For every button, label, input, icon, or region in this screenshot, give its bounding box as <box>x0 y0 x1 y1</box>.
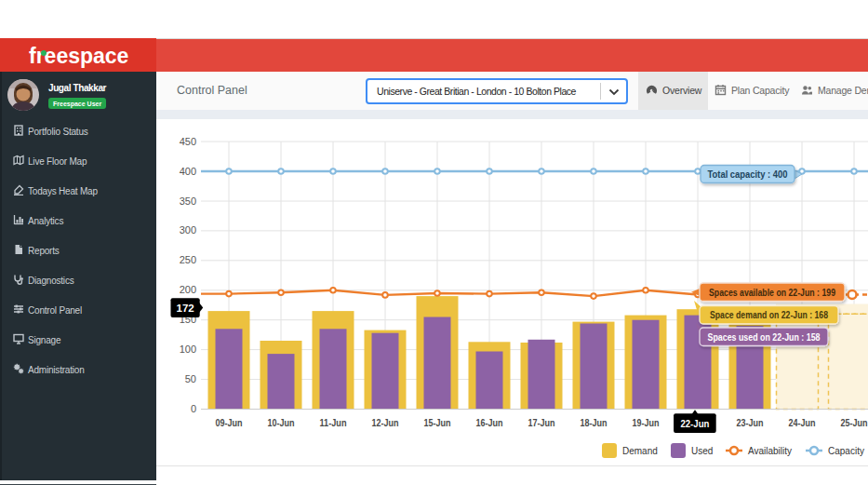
svg-text:17-Jun: 17-Jun <box>528 417 555 428</box>
svg-text:200: 200 <box>180 284 196 295</box>
svg-text:50: 50 <box>185 373 196 384</box>
svg-text:19-Jun: 19-Jun <box>633 417 660 428</box>
svg-text:Capacity: Capacity <box>828 446 864 456</box>
svg-text:350: 350 <box>180 195 196 207</box>
svg-text:0: 0 <box>191 403 196 414</box>
svg-text:09-Jun: 09-Jun <box>216 417 243 428</box>
svg-text:11-Jun: 11-Jun <box>320 417 347 428</box>
svg-text:Total capacity : 400: Total capacity : 400 <box>708 168 788 180</box>
svg-text:Demand: Demand <box>622 446 658 456</box>
svg-text:Spaces available on 22-Jun : 1: Spaces available on 22-Jun : 199 <box>709 287 835 298</box>
svg-text:300: 300 <box>180 224 196 236</box>
svg-text:Space demand on 22-Jun : 168: Space demand on 22-Jun : 168 <box>710 309 828 320</box>
svg-text:250: 250 <box>180 254 196 265</box>
svg-text:172: 172 <box>177 303 194 314</box>
svg-text:16-Jun: 16-Jun <box>476 417 503 428</box>
svg-text:24-Jun: 24-Jun <box>789 417 816 428</box>
svg-text:18-Jun: 18-Jun <box>581 417 608 428</box>
svg-text:Spaces used on 22-Jun : 158: Spaces used on 22-Jun : 158 <box>708 331 821 343</box>
svg-text:400: 400 <box>180 166 196 177</box>
svg-text:23-Jun: 23-Jun <box>737 417 764 428</box>
svg-text:25-Jun: 25-Jun <box>841 417 868 428</box>
svg-text:12-Jun: 12-Jun <box>372 417 399 428</box>
svg-text:22-Jun: 22-Jun <box>680 418 709 429</box>
svg-text:Used: Used <box>691 446 713 456</box>
svg-text:10-Jun: 10-Jun <box>268 417 295 428</box>
svg-text:Availability: Availability <box>748 446 792 456</box>
svg-text:15-Jun: 15-Jun <box>424 417 451 428</box>
svg-text:450: 450 <box>180 136 196 147</box>
svg-text:100: 100 <box>180 344 196 355</box>
